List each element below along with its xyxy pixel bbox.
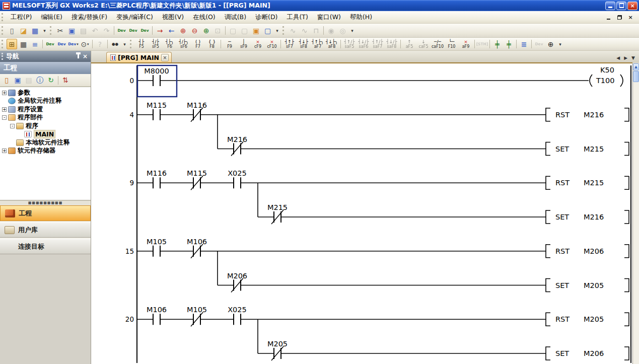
jump-window[interactable]: ▣ [251, 25, 261, 36]
expand-icon[interactable]: + [2, 149, 7, 153]
device-monitor[interactable]: Dev [128, 25, 138, 36]
minimize-button[interactable] [605, 2, 615, 10]
save-project[interactable]: ▦ [30, 25, 40, 36]
tab-list-icon[interactable]: ▼ [631, 55, 635, 60]
scroll-up-button[interactable]: ▲ [633, 63, 639, 70]
menu-tool[interactable]: 工具(T) [282, 12, 312, 23]
coil[interactable]: ( )F7 [191, 39, 204, 50]
tree-item-软元件存储器[interactable]: +软元件存储器 [0, 147, 91, 156]
panel-button-project[interactable]: 工程 [0, 205, 91, 221]
pc-communication[interactable]: ▢ [262, 25, 273, 36]
menu-window[interactable]: 窗口(W) [313, 12, 345, 23]
menu-debug[interactable]: 调试(B) [220, 12, 251, 23]
mdi-restore-button[interactable] [616, 14, 623, 21]
tab-scroll-right-icon[interactable]: ▶ [624, 55, 627, 60]
rising-pulse[interactable]: ┤↑├sF7 [283, 39, 296, 50]
device-test[interactable]: Dev [139, 25, 150, 36]
sort[interactable]: ⇅ [60, 75, 70, 85]
tree-item-程序[interactable]: -程序 [0, 122, 91, 130]
panel-grip[interactable] [2, 53, 4, 60]
tree-item-程序部件[interactable]: -程序部件 [0, 114, 91, 122]
mdi-minimize-button[interactable] [605, 14, 612, 21]
read-from-plc[interactable]: ← [166, 25, 177, 36]
cut[interactable]: ✂ [55, 25, 65, 36]
vertical-scrollbar[interactable]: ▲ [632, 63, 639, 364]
device-comment-list[interactable]: Dev [45, 39, 55, 49]
draw-line[interactable]: └─F10 [445, 39, 458, 50]
edit-ladder-block[interactable]: ╪ [492, 39, 503, 49]
tree-item-程序设置[interactable]: +程序设置 [0, 105, 91, 114]
menu-help[interactable]: 帮助(H) [345, 12, 377, 23]
close-button[interactable]: × [627, 2, 637, 10]
open-contact[interactable]: ┤├F5 [135, 39, 148, 50]
new-item[interactable]: ▯ [2, 75, 12, 85]
open-branch[interactable]: ┤├╮F6 [163, 39, 176, 50]
monitor-write-start[interactable]: ⊕ [201, 25, 211, 36]
device-comment[interactable]: Dev [116, 25, 127, 36]
open-project[interactable]: ◪ [18, 25, 29, 36]
copy-item[interactable]: ▣ [13, 75, 23, 85]
collapse-icon[interactable]: - [2, 115, 7, 120]
toolbar-overflow[interactable]: ▾ [121, 39, 128, 49]
module-configuration[interactable]: ▦ [18, 39, 29, 49]
tree-item-main[interactable]: MAIN [0, 130, 91, 139]
delete-vertical-line[interactable]: ×cF10 [265, 39, 278, 50]
property[interactable]: ⓘ [35, 75, 45, 85]
rising-pulse-branch[interactable]: ┤↑├╮aF7 [311, 39, 324, 50]
menu-diagnostics[interactable]: 诊断(D) [251, 12, 282, 23]
delete-horizontal-line[interactable]: ×cF9 [251, 39, 264, 50]
tab-prg-main[interactable]: [PRG] MAIN × [106, 52, 172, 62]
restore-button[interactable] [616, 2, 626, 10]
refresh[interactable]: ↻ [46, 75, 56, 85]
expand-icon[interactable]: + [2, 91, 7, 95]
falling-pulse[interactable]: ┤↓├sF8 [297, 39, 310, 50]
invert-result[interactable]: ─∕─caF10 [431, 39, 444, 50]
write-ladder-block[interactable]: ╪ [504, 39, 514, 49]
expand-icon[interactable]: + [2, 107, 7, 112]
close-contact[interactable]: ┤∕├sF5 [149, 39, 162, 50]
work-window-list[interactable]: ≡ [30, 39, 40, 49]
close-branch[interactable]: ┤∕├╮sF6 [177, 39, 190, 50]
monitor-start[interactable]: ⊕ [178, 25, 188, 36]
menu-compile[interactable]: 变换/编译(C) [112, 12, 158, 23]
toolbar-overflow[interactable]: ▾ [557, 39, 563, 49]
toolbar-overflow[interactable]: ▾ [274, 25, 280, 36]
copy[interactable]: ▣ [66, 25, 77, 36]
horizontal-line[interactable]: ─F9 [223, 39, 236, 50]
toolbar-grip[interactable] [50, 26, 52, 35]
panel-button-connection-destination[interactable]: 连接目标 [0, 239, 91, 254]
panel-button-user-library[interactable]: 用户库 [0, 222, 91, 238]
ladder-editor-canvas[interactable]: 0M8000T100K504M115M116RSTM216M216SETM215… [91, 62, 632, 364]
mdi-close-button[interactable]: × [627, 14, 634, 21]
toolbar-grip[interactable] [2, 26, 4, 35]
toolbar-grip[interactable] [2, 13, 4, 21]
delete-line[interactable]: ×aF9 [459, 39, 472, 50]
toolbar-grip[interactable] [282, 26, 285, 35]
device-search[interactable]: ⊙▾ [80, 39, 90, 49]
toolbar-overflow[interactable]: ▾ [41, 25, 48, 36]
statement-batch-edit[interactable]: ≣ [519, 39, 529, 49]
device-display-mode[interactable]: Dev▾ [68, 39, 79, 49]
menu-online[interactable]: 在线(O) [188, 12, 220, 23]
tree-item-本地软元件注释[interactable]: 本地软元件注释 [0, 138, 91, 147]
ladder-diagram[interactable]: 0M8000T100K504M115M116RSTM216M216SETM215… [91, 63, 632, 363]
toolbar-grip[interactable] [2, 40, 4, 48]
toolbar-grip[interactable] [130, 40, 132, 48]
menu-view[interactable]: 视图(V) [158, 12, 188, 23]
menu-edit[interactable]: 编辑(E) [36, 12, 67, 23]
toolbar-overflow[interactable]: ▾ [349, 25, 356, 36]
menu-project[interactable]: 工程(P) [6, 12, 36, 23]
application-instruction[interactable]: { }F8 [205, 39, 219, 50]
write-to-plc[interactable]: → [155, 25, 165, 36]
pin-icon[interactable] [78, 54, 79, 58]
menu-find-replace[interactable]: 搜索/替换(F) [67, 12, 112, 23]
falling-pulse-branch[interactable]: ┤↓├╮aF8 [325, 39, 338, 50]
tree-item-全局软元件注释[interactable]: 全局软元件注释 [0, 97, 91, 106]
new-project[interactable]: ▯ [7, 25, 17, 36]
tree-item-参数[interactable]: +参数 [0, 89, 91, 97]
panel-splitter[interactable]: ■■■■■■■■■ [0, 200, 91, 205]
find[interactable]: ●● [110, 39, 120, 49]
monitor-stop[interactable]: ⊖ [189, 25, 200, 36]
vertical-line[interactable]: │sF9 [237, 39, 250, 50]
scroll-thumb[interactable] [633, 71, 639, 82]
